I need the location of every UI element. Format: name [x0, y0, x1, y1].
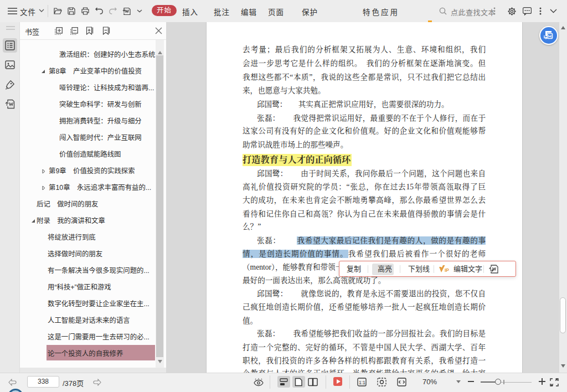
- svg-text:1:1: 1:1: [359, 380, 365, 385]
- svg-text:IP: IP: [445, 267, 449, 273]
